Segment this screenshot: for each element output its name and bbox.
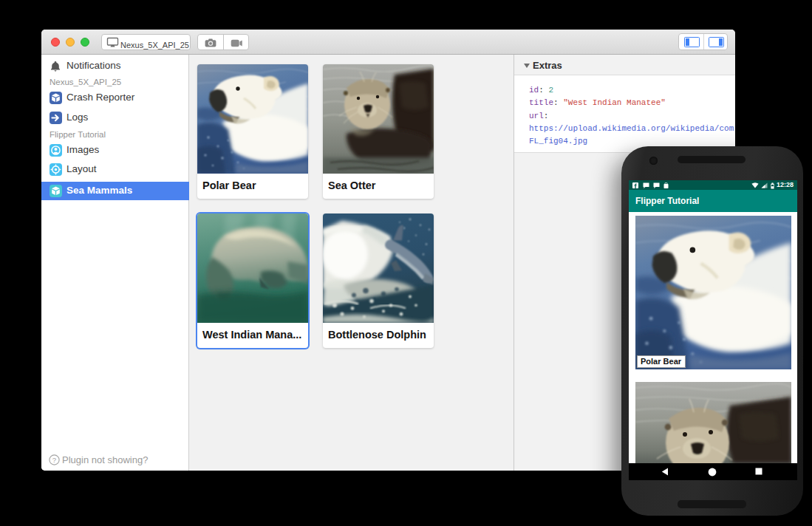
svg-text:?: ? bbox=[52, 456, 56, 464]
